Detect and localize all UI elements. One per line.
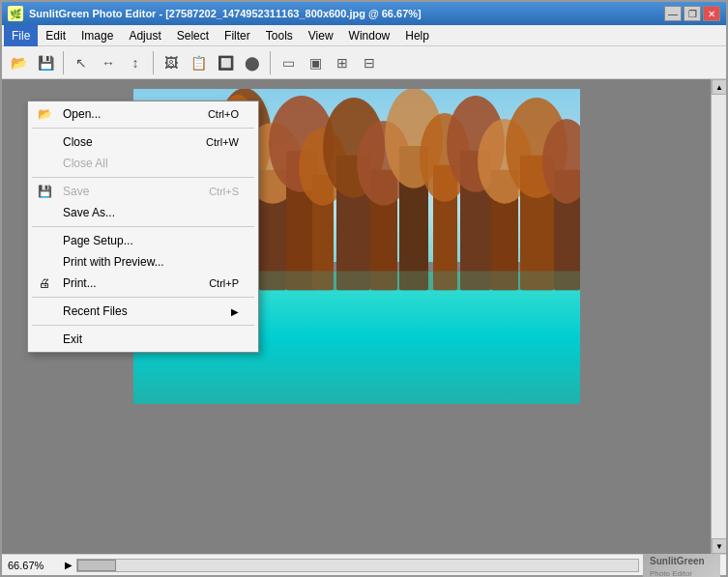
svg-text:Photo Editor: Photo Editor <box>650 569 692 578</box>
menu-entry-print-preview[interactable]: Print with Preview... <box>28 251 258 273</box>
zoom-level: 66.67% <box>8 560 61 571</box>
toolbar-grid-button[interactable]: ⊟ <box>357 50 382 75</box>
close-window-button[interactable]: ✕ <box>703 6 720 21</box>
print-label: Print... <box>63 276 97 290</box>
h-scroll-thumb[interactable] <box>77 560 116 571</box>
open-icon: 📂 <box>34 105 55 123</box>
scroll-down-button[interactable]: ▼ <box>712 538 726 554</box>
close-label: Close <box>63 135 93 149</box>
menu-entry-close-all: Close All <box>28 153 258 174</box>
menu-tools[interactable]: Tools <box>258 25 301 46</box>
exit-label: Exit <box>63 332 82 346</box>
save-label: Save <box>63 185 89 198</box>
watermark-logo: SunlitGreen Photo Editor <box>648 551 715 578</box>
separator-2 <box>32 177 254 178</box>
toolbar-rect-button[interactable]: ▭ <box>276 50 301 75</box>
horizontal-scrollbar[interactable] <box>76 559 639 572</box>
menu-entry-print[interactable]: 🖨 Print... Ctrl+P <box>28 273 258 294</box>
page-setup-label: Page Setup... <box>63 234 133 247</box>
menu-entry-close[interactable]: Close Ctrl+W <box>28 131 258 153</box>
print-shortcut: Ctrl+P <box>209 277 239 289</box>
close-all-label: Close All <box>63 157 108 170</box>
close-shortcut: Ctrl+W <box>206 136 239 148</box>
open-label: Open... <box>63 107 101 121</box>
save-icon: 💾 <box>34 183 55 200</box>
toolbar-circle-button[interactable]: ⬤ <box>240 50 265 75</box>
separator-5 <box>32 325 254 326</box>
menu-image[interactable]: Image <box>73 25 121 46</box>
save-as-label: Save As... <box>63 206 115 219</box>
open-shortcut: Ctrl+O <box>208 108 239 120</box>
toolbar: 📂 💾 ↖ ↔ ↕ 🖼 📋 🔲 ⬤ ▭ ▣ ⊞ ⊟ <box>2 46 726 79</box>
menu-view[interactable]: View <box>301 25 341 46</box>
status-bar: 66.67% ▶ SunlitGreen Photo Editor <box>2 554 726 575</box>
menu-bar: File Edit Image Adjust Select Filter Too… <box>2 25 726 46</box>
menu-file[interactable]: File <box>4 25 38 46</box>
title-bar: 🌿 SunlitGreen Photo Editor - [27587202_1… <box>2 2 726 25</box>
menu-entry-save: 💾 Save Ctrl+S <box>28 181 258 202</box>
toolbar-separator-2 <box>153 51 154 74</box>
toolbar-panel-button[interactable]: ⊞ <box>330 50 355 75</box>
toolbar-save-button[interactable]: 💾 <box>33 50 58 75</box>
menu-select[interactable]: Select <box>169 25 217 46</box>
toolbar-image3-button[interactable]: 🔲 <box>213 50 238 75</box>
content-area: ▲ ▼ 📂 Open... Ctrl+O Close Ctrl+W Close … <box>2 79 726 554</box>
separator-1 <box>32 128 254 129</box>
toolbar-frame-button[interactable]: ▣ <box>303 50 328 75</box>
app-icon: 🌿 <box>8 6 23 21</box>
menu-entry-exit[interactable]: Exit <box>28 329 258 350</box>
menu-edit[interactable]: Edit <box>38 25 73 46</box>
svg-text:SunlitGreen: SunlitGreen <box>650 556 705 566</box>
scroll-track-v[interactable] <box>712 95 726 538</box>
minimize-button[interactable]: — <box>664 6 682 21</box>
toolbar-arrow-button[interactable]: ↖ <box>69 50 94 75</box>
menu-window[interactable]: Window <box>341 25 398 46</box>
menu-adjust[interactable]: Adjust <box>121 25 168 46</box>
toolbar-flip-h-button[interactable]: ↔ <box>96 50 121 75</box>
title-controls: — ❐ ✕ <box>664 6 720 21</box>
status-arrow-button[interactable]: ▶ <box>65 560 73 570</box>
menu-help[interactable]: Help <box>397 25 437 46</box>
menu-entry-page-setup[interactable]: Page Setup... <box>28 230 258 251</box>
recent-files-label: Recent Files <box>63 304 128 318</box>
menu-entry-open[interactable]: 📂 Open... Ctrl+O <box>28 103 258 125</box>
toolbar-separator-1 <box>63 51 64 74</box>
toolbar-image1-button[interactable]: 🖼 <box>159 50 184 75</box>
separator-3 <box>32 226 254 227</box>
recent-files-arrow: ▶ <box>231 306 239 317</box>
title-bar-left: 🌿 SunlitGreen Photo Editor - [27587202_1… <box>8 6 422 21</box>
scroll-up-button[interactable]: ▲ <box>712 79 726 95</box>
file-dropdown-menu: 📂 Open... Ctrl+O Close Ctrl+W Close All … <box>27 101 259 353</box>
print-icon: 🖨 <box>34 274 55 292</box>
toolbar-open-button[interactable]: 📂 <box>6 50 31 75</box>
separator-4 <box>32 297 254 298</box>
toolbar-image2-button[interactable]: 📋 <box>186 50 211 75</box>
menu-filter[interactable]: Filter <box>217 25 258 46</box>
toolbar-separator-3 <box>270 51 271 74</box>
restore-button[interactable]: ❐ <box>684 6 701 21</box>
print-preview-label: Print with Preview... <box>63 255 164 269</box>
save-shortcut: Ctrl+S <box>209 186 239 197</box>
main-window: 🌿 SunlitGreen Photo Editor - [27587202_1… <box>0 0 728 577</box>
window-title: SunlitGreen Photo Editor - [27587202_147… <box>29 8 422 19</box>
menu-entry-recent-files[interactable]: Recent Files ▶ <box>28 301 258 322</box>
menu-entry-save-as[interactable]: Save As... <box>28 202 258 223</box>
toolbar-flip-v-button[interactable]: ↕ <box>123 50 148 75</box>
vertical-scrollbar[interactable]: ▲ ▼ <box>711 79 726 554</box>
